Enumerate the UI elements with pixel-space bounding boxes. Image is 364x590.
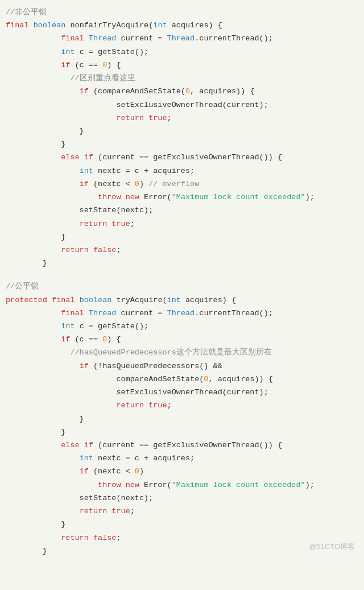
code-line: throw new Error("Maximum lock count exce… xyxy=(6,478,358,492)
code-line: int c = getState(); xyxy=(6,46,358,59)
code-line: } xyxy=(6,518,358,531)
code-line: return true; xyxy=(6,399,358,412)
watermark: @51CTO博客 xyxy=(309,541,355,553)
code-line: setState(nextc); xyxy=(6,204,358,217)
unfair-lock-comment: //非公平锁 xyxy=(6,6,358,19)
code-line: int c = getState(); xyxy=(6,320,358,333)
code-line: if (compareAndSetState(0, acquires)) { xyxy=(6,85,358,98)
code-line: } xyxy=(6,138,358,151)
code-line: final Thread current = Thread.currentThr… xyxy=(6,32,358,45)
code-line: return true; xyxy=(6,112,358,125)
code-line: int nextc = c + acquires; xyxy=(6,452,358,465)
code-line: if (nextc < 0) // overflow xyxy=(6,178,358,191)
code-line: } xyxy=(6,230,358,244)
code-line: //hasQueuedPredecessors这个方法就是最大区别所在 xyxy=(6,346,358,359)
code-line: //区别重点看这里 xyxy=(6,72,358,85)
code-line: } xyxy=(6,412,358,426)
code-line: return false; xyxy=(6,244,358,257)
code-line: return false; xyxy=(6,531,358,544)
code-line: } xyxy=(6,426,358,439)
code-line: return true; xyxy=(6,505,358,518)
code-block: //非公平锁 final boolean nonfairTryAcquire(i… xyxy=(0,6,364,558)
code-line: else if (current == getExclusiveOwnerThr… xyxy=(6,151,358,164)
code-line: throw new Error("Maximum lock count exce… xyxy=(6,191,358,204)
code-line: if (!hasQueuedPredecessors() && xyxy=(6,360,358,373)
code-line: return true; xyxy=(6,217,358,230)
code-line: protected final boolean tryAcquire(int a… xyxy=(6,294,358,307)
code-container: //非公平锁 final boolean nonfairTryAcquire(i… xyxy=(0,0,364,569)
code-line: setState(nextc); xyxy=(6,492,358,505)
code-line: } xyxy=(6,257,358,270)
code-line: int nextc = c + acquires; xyxy=(6,164,358,178)
code-line: else if (current == getExclusiveOwnerThr… xyxy=(6,439,358,452)
code-line: final Thread current = Thread.currentThr… xyxy=(6,307,358,320)
code-line: setExclusiveOwnerThread(current); xyxy=(6,386,358,399)
code-line: compareAndSetState(0, acquires)) { xyxy=(6,373,358,386)
code-line: setExclusiveOwnerThread(current); xyxy=(6,98,358,112)
code-line: if (c == 0) { xyxy=(6,333,358,346)
code-line: final boolean nonfairTryAcquire(int acqu… xyxy=(6,19,358,32)
fair-lock-comment: //公平锁 xyxy=(6,280,358,293)
code-line: if (c == 0) { xyxy=(6,59,358,72)
code-line: } xyxy=(6,125,358,138)
code-line: if (nextc < 0) xyxy=(6,465,358,478)
code-line: } xyxy=(6,544,358,558)
